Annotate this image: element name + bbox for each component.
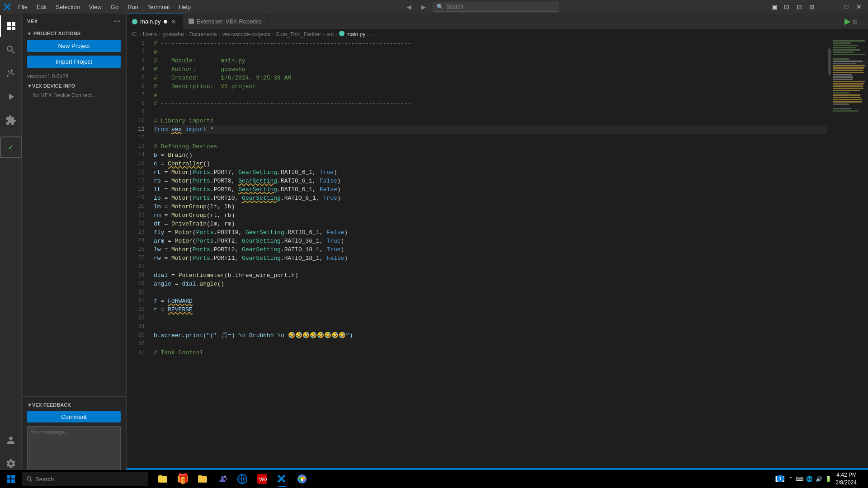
code-line[interactable] (154, 314, 827, 323)
code-line[interactable] (154, 288, 827, 297)
layout-icon-2[interactable]: ⊡ (781, 1, 792, 12)
menu-help[interactable]: Help (175, 3, 194, 11)
menu-view[interactable]: View (85, 3, 105, 11)
code-line[interactable]: rm = MotorGroup(rt, rb) (154, 211, 827, 220)
breadcrumb-drive[interactable]: C: (132, 31, 137, 38)
activity-run[interactable] (0, 86, 22, 108)
breadcrumb-more[interactable]: ... (371, 31, 375, 38)
code-line[interactable]: fly = Motor(Ports.PORT19, GearSetting.RA… (154, 228, 827, 237)
taskbar-teams[interactable] (213, 470, 231, 488)
scrollbar[interactable] (827, 39, 832, 468)
code-line[interactable] (154, 263, 827, 271)
code-line[interactable]: # Created: 1/6/2024, 9:25:38 AM (154, 74, 827, 82)
split-editor-button[interactable]: ⊟ (853, 18, 858, 25)
code-content[interactable]: # --------------------------------------… (148, 39, 827, 468)
more-actions-button[interactable]: ··· (859, 18, 864, 25)
code-line[interactable] (154, 323, 827, 331)
code-line[interactable]: rw = Motor(Ports.PORT11, GearSetting.RAT… (154, 254, 827, 263)
tab-close-button[interactable]: ✕ (170, 18, 177, 25)
code-line[interactable] (154, 108, 827, 117)
code-line[interactable] (154, 134, 827, 142)
code-line[interactable]: r = REVERSE (154, 305, 827, 314)
import-project-button[interactable]: Import Project (27, 56, 121, 68)
new-project-button[interactable]: New Project (27, 40, 121, 52)
code-line[interactable]: # (154, 91, 827, 99)
taskbar-file-explorer[interactable] (154, 470, 172, 488)
code-line[interactable]: # Library imports (154, 117, 827, 125)
menu-file[interactable]: File (14, 3, 31, 11)
vex-device-info-section[interactable]: ▼ VEX DEVICE INFO (22, 81, 126, 90)
taskbar-vex[interactable]: VEX (253, 470, 271, 488)
close-button[interactable]: ✕ (854, 1, 864, 12)
menu-run[interactable]: Run (124, 3, 142, 11)
scrollbar-thumb[interactable] (828, 48, 831, 75)
menu-go[interactable]: Go (107, 3, 122, 11)
menu-edit[interactable]: Edit (33, 3, 50, 11)
project-actions-section[interactable]: ▼ PROJECT ACTIONS (22, 29, 126, 38)
code-line[interactable]: rb = Motor(Ports.PORT8, GearSetting.RATI… (154, 177, 827, 185)
taskbar-edge[interactable]: 🎁 (174, 470, 192, 488)
tray-network[interactable]: 🌐 (806, 476, 813, 482)
comment-button[interactable]: Comment (27, 411, 121, 422)
breadcrumb-users[interactable]: Users (143, 31, 157, 38)
code-line[interactable]: dt = DriveTrain(lm, rm) (154, 220, 827, 228)
forward-button[interactable]: ▶ (418, 1, 429, 12)
activity-account[interactable] (0, 429, 22, 451)
breadcrumb-src[interactable]: src (326, 31, 334, 38)
taskbar-vscode[interactable] (273, 470, 291, 488)
activity-source-control[interactable] (0, 62, 22, 84)
code-line[interactable]: # Defining Devices (154, 142, 827, 151)
message-input[interactable] (27, 426, 121, 471)
code-line[interactable]: # --------------------------------------… (154, 39, 827, 48)
taskbar-chrome[interactable] (293, 470, 311, 488)
code-line[interactable]: lw = Motor(Ports.PORT12, GearSetting.RAT… (154, 245, 827, 254)
code-line[interactable]: # Description: V5 project (154, 82, 827, 91)
tray-arrow[interactable]: ⌃ (788, 476, 793, 482)
code-line[interactable]: lt = Motor(Ports.PORT6, GearSetting.RATI… (154, 185, 827, 194)
code-line[interactable]: b.screen.print("(* 🎵=) \n Bruhhhh \n 🤣🤣🤣… (154, 331, 827, 340)
code-line[interactable]: from vex import * (154, 125, 827, 134)
code-line[interactable]: c = Controller() (154, 160, 827, 168)
run-button[interactable]: ▶ (844, 16, 851, 26)
breadcrumb-file[interactable]: main.py (346, 31, 365, 38)
code-line[interactable]: lb = Motor(Ports.PORT10, GearSetting.RAT… (154, 194, 827, 202)
code-line[interactable]: dial = Potentiometer(b.three_wire_port.h… (154, 271, 827, 280)
taskbar-search-bar[interactable]: Search (22, 472, 148, 486)
minimize-button[interactable]: ─ (828, 1, 839, 12)
sidebar-options-button[interactable]: ··· (114, 17, 121, 25)
layout-icon-3[interactable]: ⊟ (794, 1, 805, 12)
menu-terminal[interactable]: Terminal (144, 3, 173, 11)
code-line[interactable]: # --------------------------------------… (154, 99, 827, 108)
code-line[interactable]: rt = Motor(Ports.PORT7, GearSetting.RATI… (154, 168, 827, 177)
code-line[interactable]: angle = dial.angle() (154, 280, 827, 288)
breadcrumb-documents[interactable]: Documents (189, 31, 217, 38)
code-line[interactable]: # Module: main.py (154, 56, 827, 65)
start-button[interactable] (2, 470, 20, 488)
code-line[interactable]: # Author: goswshu (154, 65, 827, 74)
breadcrumb-projects[interactable]: vex-vscode-projects (222, 31, 270, 38)
layout-icon-1[interactable]: ▣ (769, 1, 779, 12)
title-search-bar[interactable]: 🔍 Search (433, 2, 559, 12)
code-line[interactable]: # (154, 48, 827, 56)
layout-icon-4[interactable]: ⊞ (807, 1, 817, 12)
menu-selection[interactable]: Selection (52, 3, 83, 11)
code-line[interactable]: arm = Motor(Ports.PORT2, GearSetting.RAT… (154, 237, 827, 245)
code-line[interactable] (154, 340, 827, 348)
tab-extension[interactable]: Extension: VEX Robotics (183, 14, 268, 29)
code-line[interactable]: b = Brain() (154, 151, 827, 160)
taskbar-folder[interactable] (193, 470, 212, 488)
activity-explorer[interactable] (0, 15, 22, 37)
code-line[interactable]: # Tank Control (154, 348, 827, 357)
taskbar-datetime[interactable]: 4:42 PM 2/8/2024 (835, 471, 857, 487)
breadcrumb-project[interactable]: Sum_Thin_Farther (276, 31, 321, 38)
activity-vex[interactable]: ✓ (0, 136, 22, 158)
activity-extensions[interactable] (0, 109, 22, 131)
vex-feedback-section[interactable]: ▼ VEX FEEDBACK (22, 400, 126, 409)
taskbar-browser[interactable] (233, 470, 251, 488)
tab-main-py[interactable]: main.py ✕ (127, 14, 183, 29)
code-line[interactable]: f = FORWARD (154, 297, 827, 305)
activity-search[interactable] (0, 39, 22, 61)
code-editor[interactable]: 1234567891011121314151617181920212223242… (127, 39, 868, 468)
breadcrumb-user[interactable]: goswshu (162, 31, 184, 38)
maximize-button[interactable]: □ (841, 1, 852, 12)
